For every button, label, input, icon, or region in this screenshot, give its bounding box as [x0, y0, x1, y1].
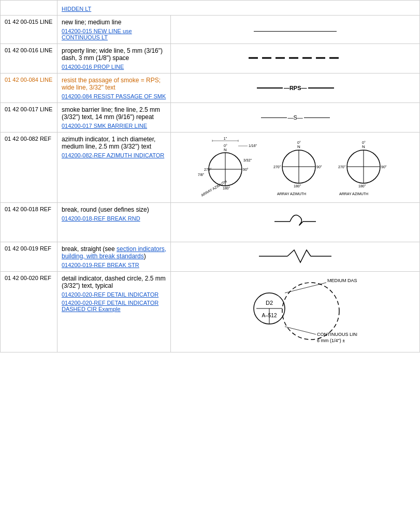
code-020: 01 42 00-020 REF — [1, 272, 57, 352]
visual-019 — [171, 242, 420, 272]
link-019[interactable]: 014200-019-REF BREAK STR — [62, 262, 166, 268]
link-020-a[interactable]: 014200-020-REF DETAIL INDICATOR — [62, 291, 166, 298]
code-017: 01 42 00-017 LINE — [1, 103, 57, 132]
azimuth-3: N 0° 90° 270° 180° ARRAY AZIMUTH — [334, 136, 394, 199]
break-round-svg — [274, 206, 316, 237]
svg-text:0°: 0° — [362, 141, 366, 144]
desc-016: property line; wide line, 5 mm (3/16") d… — [57, 44, 170, 73]
visual-017: —S— — [171, 103, 420, 132]
svg-text:N: N — [362, 144, 365, 149]
row-082: 01 42 00-082 REF azimuth indicator, 1 in… — [1, 132, 420, 203]
azimuth-2: N 0° 90° 270° 180° ARRAY AZIMUTH — [269, 136, 329, 199]
detail-indicator-visual: D2 A–512 MEDIUM DASH LINE CONTINUOUS LIN… — [233, 275, 357, 349]
visual-082: 1" 1/16" N 0° — [171, 132, 420, 203]
azimuth-svg-3: N 0° 90° 270° 180° ARRAY AZIMUTH — [334, 136, 394, 198]
svg-text:90°: 90° — [243, 168, 249, 171]
code-015: 01 42 00-015 LINE — [1, 16, 57, 44]
code-016: 01 42 00-016 LINE — [1, 44, 57, 73]
break-straight-svg — [259, 246, 331, 267]
svg-text:0°: 0° — [297, 141, 301, 144]
svg-text:180°: 180° — [223, 186, 230, 190]
svg-text:CONTINUOUS LINE: CONTINUOUS LINE — [317, 332, 357, 337]
code-cell-hidden — [1, 1, 57, 16]
code-084: 01 42 00-084 LINE — [1, 73, 57, 103]
row-019: 01 42 00-019 REF break, straight (see se… — [1, 242, 420, 272]
svg-text:1": 1" — [224, 137, 227, 140]
svg-text:ARRAY AZIMUTH: ARRAY AZIMUTH — [339, 192, 368, 196]
svg-text:180°: 180° — [294, 184, 301, 188]
link-084[interactable]: 014200-084 RESIST PASSAGE OF SMK — [62, 93, 166, 99]
link-hidden-lt[interactable]: HIDDEN LT — [62, 6, 415, 12]
desc-015: new line; medium line 014200-015 NEW LIN… — [57, 16, 170, 44]
svg-text:90°: 90° — [381, 165, 387, 169]
link-015[interactable]: 014200-015 NEW LINE use CONTINUOUS LT — [62, 28, 166, 40]
svg-text:ARRAY AZIMUTH: ARRAY AZIMUTH — [277, 192, 306, 196]
desc-018: break, round (user defines size) 014200-… — [57, 203, 170, 242]
row-017: 01 42 00-017 LINE smoke barrier line; fi… — [1, 103, 420, 132]
svg-line-46 — [285, 283, 326, 293]
detail-indicator-svg: D2 A–512 MEDIUM DASH LINE CONTINUOUS LIN… — [233, 275, 357, 347]
azimuth-1: 1" 1/16" N 0° — [197, 136, 264, 199]
desc-cell-hidden: HIDDEN LT — [57, 1, 419, 16]
rps-line-visual: —RPS— — [175, 85, 415, 91]
svg-text:D2: D2 — [266, 300, 273, 306]
svg-text:180°: 180° — [358, 184, 366, 188]
svg-text:270°: 270° — [273, 165, 281, 169]
visual-018 — [171, 203, 420, 242]
desc-020: detail indicator, dashed circle, 2.5 mm … — [57, 272, 170, 352]
azimuth-svg-1: 1" 1/16" N 0° — [197, 136, 264, 198]
row-hidden-lt: HIDDEN LT — [1, 1, 420, 16]
svg-text:3/32": 3/32" — [243, 158, 252, 162]
svg-text:N: N — [224, 148, 227, 152]
desc-019: break, straight (see section indicators,… — [57, 242, 170, 272]
desc-082: azimuth indicator, 1 inch diameter, medi… — [57, 132, 170, 203]
smk-line-visual: —S— — [175, 114, 415, 121]
svg-text:N: N — [297, 144, 300, 149]
svg-point-45 — [282, 283, 339, 340]
link-020-b[interactable]: 014200-020-REF DETAIL INDICATOR DASHED C… — [62, 300, 166, 312]
code-018: 01 42 00-018 REF — [1, 203, 57, 242]
visual-015 — [171, 16, 420, 44]
row-084: 01 42 00-084 LINE resist the passage of … — [1, 73, 420, 103]
azimuth-svg-2: N 0° 90° 270° 180° ARRAY AZIMUTH — [269, 136, 329, 198]
link-016[interactable]: 014200-016 PROP LINE — [62, 64, 166, 70]
svg-text:MEDIUM DASH LINE: MEDIUM DASH LINE — [327, 278, 357, 283]
line-medium-visual — [254, 31, 337, 32]
svg-text:1/16": 1/16" — [249, 144, 257, 148]
row-016: 01 42 00-016 LINE property line; wide li… — [1, 44, 420, 73]
break-round-visual — [175, 206, 415, 239]
row-018: 01 42 00-018 REF break, round (user defi… — [1, 203, 420, 242]
desc-084: resist the passage of smoke = RPS; wide … — [57, 73, 170, 103]
svg-text:A–512: A–512 — [262, 313, 277, 318]
svg-text:6 mm (1/4") ±: 6 mm (1/4") ± — [317, 338, 345, 343]
desc-017: smoke barrier line; fine line, 2.5 mm (3… — [57, 103, 170, 132]
code-082: 01 42 00-082 REF — [1, 132, 57, 203]
svg-text:270°: 270° — [338, 165, 346, 169]
code-019: 01 42 00-019 REF — [1, 242, 57, 272]
row-020: 01 42 00-020 REF detail indicator, dashe… — [1, 272, 420, 352]
break-straight-visual — [175, 246, 415, 268]
visual-016 — [171, 44, 420, 73]
svg-text:90°: 90° — [316, 165, 322, 169]
svg-text:270°: 270° — [204, 168, 212, 171]
link-018[interactable]: 014200-018-REF BREAK RND — [62, 215, 166, 222]
visual-084: —RPS— — [171, 73, 420, 103]
row-015: 01 42 00-015 LINE new line; medium line … — [1, 16, 420, 44]
link-017[interactable]: 014200-017 SMK BARRIER LINE — [62, 123, 166, 129]
svg-text:7/8": 7/8" — [198, 173, 205, 176]
visual-020: D2 A–512 MEDIUM DASH LINE CONTINUOUS LIN… — [171, 272, 420, 352]
prop-line-svg — [249, 53, 342, 63]
azimuth-container: 1" 1/16" N 0° — [175, 136, 415, 199]
link-082[interactable]: 014200-082-REF AZIMUTH INDICATOR — [62, 152, 166, 158]
svg-text:0°: 0° — [224, 144, 227, 148]
